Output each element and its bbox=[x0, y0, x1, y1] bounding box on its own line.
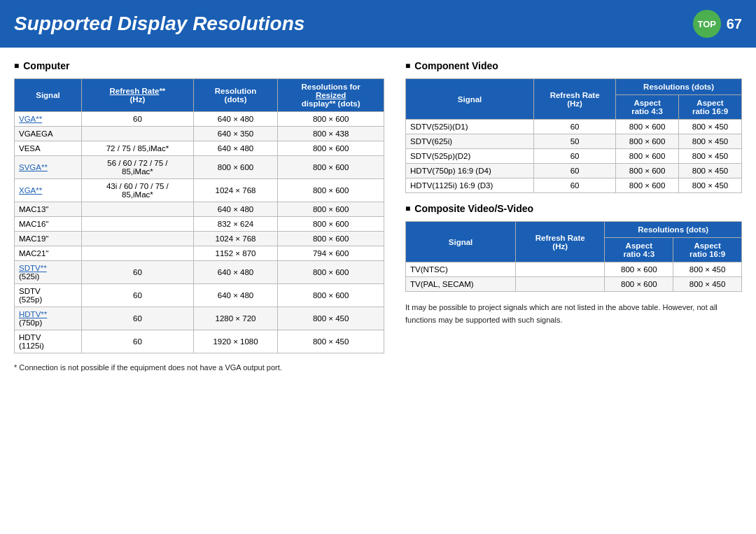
col-hz: Refresh Rate** (Hz) bbox=[82, 79, 194, 112]
table-row: SDTV(525p) bbox=[15, 284, 82, 307]
table-row: VGAEGA bbox=[15, 127, 82, 141]
table-row: SVGA** bbox=[15, 156, 82, 179]
table-row: 800 × 600 bbox=[278, 179, 384, 202]
computer-footnote: * Connection is not possible if the equi… bbox=[14, 363, 384, 372]
table-row: VGA** bbox=[15, 112, 82, 127]
table-row: 800 × 600 bbox=[605, 262, 673, 277]
table-row: HDTV(750p) 16:9 (D4) bbox=[406, 164, 534, 178]
table-row: 1152 × 870 bbox=[193, 246, 277, 261]
table-row: 800 × 600 bbox=[616, 134, 679, 149]
comp-col-hz: Refresh Rate(Hz) bbox=[534, 79, 616, 120]
table-row: 800 × 600 bbox=[278, 141, 384, 156]
table-row: 800 × 600 bbox=[193, 156, 277, 179]
table-row bbox=[516, 262, 605, 277]
header-right: TOP 67 bbox=[693, 10, 742, 38]
main-content: Computer Signal Refresh Rate** (Hz) Reso… bbox=[0, 48, 756, 384]
table-row: TV(PAL, SECAM) bbox=[406, 277, 516, 292]
table-row: 832 × 624 bbox=[193, 217, 277, 232]
table-row: 800 × 450 bbox=[278, 307, 384, 330]
table-row: 794 × 600 bbox=[278, 246, 384, 261]
cvid-col-aspect169: Aspectratio 16:9 bbox=[673, 238, 742, 262]
table-row: 60 bbox=[534, 120, 616, 134]
table-row: 800 × 600 bbox=[278, 232, 384, 246]
table-row: 800 × 450 bbox=[679, 164, 742, 178]
comp-col-aspect43: Aspectratio 4:3 bbox=[616, 95, 679, 120]
table-row: HDTV**(750p) bbox=[15, 307, 82, 330]
comp-col-signal: Signal bbox=[406, 79, 534, 120]
top-badge: TOP bbox=[693, 10, 721, 38]
composite-section-title: Composite Video/S-Video bbox=[405, 203, 742, 214]
table-row bbox=[82, 232, 194, 246]
component-table: Signal Refresh Rate(Hz) Resolutions (dot… bbox=[405, 78, 742, 193]
table-row: 60 bbox=[82, 284, 194, 307]
table-row: 60 bbox=[534, 149, 616, 164]
table-row: 72 / 75 / 85,iMac* bbox=[82, 141, 194, 156]
col-resized: Resolutions forResizeddisplay** (dots) bbox=[278, 79, 384, 112]
cvid-col-signal: Signal bbox=[406, 222, 516, 262]
cvid-col-aspect43: Aspectratio 4:3 bbox=[605, 238, 673, 262]
table-row bbox=[82, 217, 194, 232]
table-row: SDTV**(525i) bbox=[15, 261, 82, 284]
table-row: MAC21" bbox=[15, 246, 82, 261]
table-row: 56 / 60 / 72 / 75 /85,iMac* bbox=[82, 156, 194, 179]
table-row: 1024 × 768 bbox=[193, 179, 277, 202]
table-row: 60 bbox=[82, 261, 194, 284]
table-row: 800 × 600 bbox=[278, 156, 384, 179]
table-row: 800 × 438 bbox=[278, 127, 384, 141]
table-row: 800 × 450 bbox=[679, 120, 742, 134]
cvid-col-resolutions: Resolutions (dots) bbox=[605, 222, 742, 238]
col-signal: Signal bbox=[15, 79, 82, 112]
table-row: 60 bbox=[82, 307, 194, 330]
col-resolution: Resolution(dots) bbox=[193, 79, 277, 112]
cvid-col-hz: Refresh Rate(Hz) bbox=[516, 222, 605, 262]
table-row: 43i / 60 / 70 / 75 /85,iMac* bbox=[82, 179, 194, 202]
table-row: 800 × 450 bbox=[679, 178, 742, 193]
table-row: 640 × 350 bbox=[193, 127, 277, 141]
table-row: SDTV(525p)(D2) bbox=[406, 149, 534, 164]
table-row: 50 bbox=[534, 134, 616, 149]
table-row: 800 × 600 bbox=[278, 112, 384, 127]
page-header: Supported Display Resolutions TOP 67 bbox=[0, 0, 756, 48]
table-row: MAC19" bbox=[15, 232, 82, 246]
table-row: 800 × 600 bbox=[616, 149, 679, 164]
table-row: 800 × 600 bbox=[278, 202, 384, 217]
table-row: 640 × 480 bbox=[193, 284, 277, 307]
table-row: 640 × 480 bbox=[193, 261, 277, 284]
table-row: TV(NTSC) bbox=[406, 262, 516, 277]
table-row: 1280 × 720 bbox=[193, 307, 277, 330]
comp-col-aspect169: Aspectratio 16:9 bbox=[679, 95, 742, 120]
table-row: 60 bbox=[82, 112, 194, 127]
table-row: SDTV(625i) bbox=[406, 134, 534, 149]
table-row: 1920 × 1080 bbox=[193, 330, 277, 353]
table-row: XGA** bbox=[15, 179, 82, 202]
table-row: 800 × 600 bbox=[616, 164, 679, 178]
computer-section-title: Computer bbox=[14, 60, 384, 71]
table-row: HDTV(1125i) bbox=[15, 330, 82, 353]
table-row: 800 × 600 bbox=[278, 217, 384, 232]
table-row bbox=[516, 277, 605, 292]
table-row: HDTV(1125i) 16:9 (D3) bbox=[406, 178, 534, 193]
table-row: 640 × 480 bbox=[193, 112, 277, 127]
component-section-title: Component Video bbox=[405, 60, 742, 71]
table-row: VESA bbox=[15, 141, 82, 156]
table-row: 800 × 600 bbox=[616, 178, 679, 193]
table-row: 800 × 600 bbox=[616, 120, 679, 134]
page-number: 67 bbox=[727, 16, 742, 32]
table-row: MAC16" bbox=[15, 217, 82, 232]
table-row bbox=[82, 246, 194, 261]
table-row: 60 bbox=[534, 164, 616, 178]
table-row: 800 × 450 bbox=[679, 134, 742, 149]
table-row: 1024 × 768 bbox=[193, 232, 277, 246]
table-row: 800 × 450 bbox=[679, 149, 742, 164]
table-row bbox=[82, 127, 194, 141]
table-row: 800 × 600 bbox=[605, 277, 673, 292]
left-column: Computer Signal Refresh Rate** (Hz) Reso… bbox=[14, 60, 384, 372]
computer-table: Signal Refresh Rate** (Hz) Resolution(do… bbox=[14, 78, 384, 353]
table-row: 800 × 450 bbox=[673, 277, 742, 292]
table-row: 60 bbox=[82, 330, 194, 353]
info-text: It may be possible to project signals wh… bbox=[405, 302, 742, 326]
page-title: Supported Display Resolutions bbox=[14, 13, 304, 35]
comp-col-resolutions: Resolutions (dots) bbox=[616, 79, 742, 95]
table-row: 800 × 450 bbox=[278, 330, 384, 353]
table-row: SDTV(525i)(D1) bbox=[406, 120, 534, 134]
